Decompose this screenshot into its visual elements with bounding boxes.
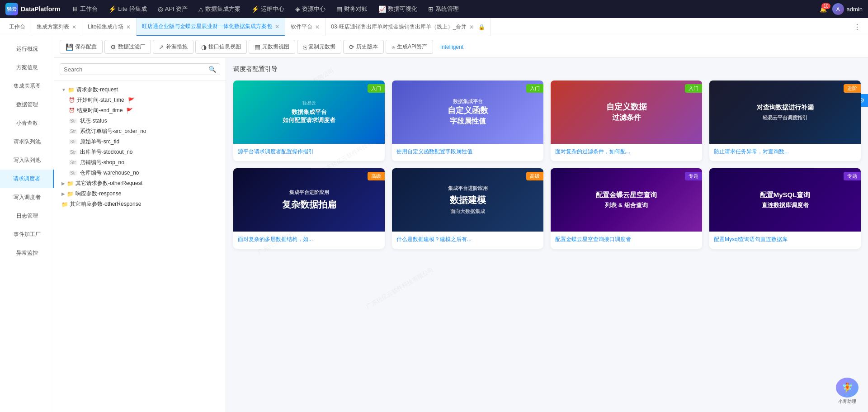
history-button[interactable]: ⟳ 历史版本 [343, 40, 384, 54]
nav-dataviz[interactable]: 📈 数据可视化 [374, 0, 422, 18]
interface-map-label: 接口信息视图 [208, 43, 241, 51]
more-tabs-button[interactable]: ⋮ [850, 23, 864, 31]
sidebar-solution-label: 方案信息 [16, 64, 38, 71]
close-wangdian[interactable]: ✕ [275, 24, 279, 30]
logo-icon: 轻云 [5, 3, 18, 15]
card-badge-6: 高级 [526, 172, 543, 180]
card-image-6: 高级 集成平台进阶应用 数据建模 面向大数据集成 [392, 168, 543, 232]
sidebar-item-exception[interactable]: 异常监控 [0, 244, 54, 262]
tree-node-start-time[interactable]: ⏰ 开始时间-start_time 🚩 [54, 95, 226, 105]
notification-bell[interactable]: 🔔 10 [820, 6, 827, 13]
breadcrumb-tab-wangdian[interactable]: 旺店通企业版与金蝶云星辰业财一体化数据集成方案包 ✕ [137, 18, 285, 36]
sidebar-item-overview[interactable]: 运行概况 [0, 40, 54, 58]
sidebar-item-xq[interactable]: 小青查数 [0, 114, 54, 133]
tree-arrow-other-req[interactable]: ▶ [61, 181, 65, 186]
nav-resource[interactable]: ◈ 资源中心 [291, 0, 330, 18]
nav-lite-label: Lite 轻集成 [118, 5, 147, 13]
tree-node-response[interactable]: ▶ 📁 响应参数-response [54, 189, 226, 199]
admin-avatar[interactable]: A admin [832, 3, 863, 15]
close-merge[interactable]: ✕ [469, 24, 474, 30]
flag-icon-end: 🚩 [126, 108, 133, 114]
tree-node-warehouse-no[interactable]: Str 仓库编号-warehouse_no [54, 168, 226, 178]
tree-panel: 🔍 ▼ 📁 请求参数-request ⏰ 开始时间-st [54, 58, 226, 412]
breadcrumb-tab-merge[interactable]: 03-旺店通销售出库单对接金蝶销售出库单（线上）_合并 ✕ 🔒 [326, 18, 491, 36]
breadcrumb-tab-lite-market[interactable]: Lite轻集成市场 ✕ [82, 18, 137, 36]
meta-view-button[interactable]: ▦ 元数据视图 [249, 40, 295, 54]
filter-label: 数据过滤厂 [118, 43, 145, 51]
close-lite-market[interactable]: ✕ [126, 24, 131, 30]
save-label: 保存配置 [75, 43, 97, 51]
guide-card-5[interactable]: 高级 集成平台进阶应用 复杂数据拍扁 面对复杂的多层数据结构，如... [233, 168, 385, 249]
nav-workbench[interactable]: 🖥 工作台 [67, 0, 102, 18]
search-input-wrap[interactable]: 🔍 [60, 63, 220, 75]
right-panel: 广东轻亿云软件科技有限公司 广东轻亿云软件科技有限公司 广东轻亿云软件科技有限公… [226, 58, 868, 412]
card-main-8: 配置MySQL查询 直连数据库调度者 [760, 190, 811, 209]
sidebar-item-write-queue[interactable]: 写入队列池 [0, 151, 54, 170]
close-software[interactable]: ✕ [315, 24, 320, 30]
sidebar-item-relation[interactable]: 集成关系图 [0, 77, 54, 95]
guide-card-7[interactable]: 专题 配置金蝶云星空查询 列表 & 组合查询 配置金蝶云星空查询接口调度者 [551, 168, 702, 249]
assistant-button[interactable]: 🧚 小青助理 [834, 378, 861, 405]
tree-node-shop-no[interactable]: Str 店铺编号-shop_no [54, 157, 226, 168]
top-navigation: 轻云 DataPlatform 🖥 工作台 ⚡ Lite 轻集成 ◎ API 资… [0, 0, 868, 18]
search-input[interactable] [64, 66, 208, 73]
tree-node-end-time[interactable]: ⏰ 结束时间-end_time 🚩 [54, 105, 226, 116]
sidebar-overview-label: 运行概况 [16, 46, 38, 52]
tree-arrow-response[interactable]: ▶ [61, 191, 65, 196]
nav-sysadmin[interactable]: ⊞ 系统管理 [424, 0, 463, 18]
tree-node-src-order-no[interactable]: Str 系统订单编号-src_order_no [54, 126, 226, 137]
interface-map-icon: ◑ [201, 43, 207, 51]
sidebar-item-request-scheduler[interactable]: 请求调度者 [0, 170, 54, 188]
breadcrumb-tab-software[interactable]: 软件平台 ✕ [285, 18, 326, 36]
nav-data-collect[interactable]: △ 数据集成方案 [194, 0, 245, 18]
supplement-button[interactable]: ↗ 补漏措施 [153, 40, 193, 54]
sidebar-data-mgmt-label: 数据管理 [16, 101, 38, 108]
gen-api-button[interactable]: ⟐ 生成API资产 [386, 40, 433, 54]
card-image-4: 进阶 对查询数据进行补漏 轻易云平台调度指引 [709, 81, 861, 144]
nav-workbench-label: 工作台 [80, 5, 98, 13]
sidebar-item-request-queue[interactable]: 请求队列池 [0, 133, 54, 151]
copy-meta-button[interactable]: ⎘ 复制元数据 [297, 40, 341, 54]
ops-icon: ⚡ [251, 5, 259, 13]
sidebar-item-log[interactable]: 日志管理 [0, 207, 54, 225]
nav-resource-label: 资源中心 [302, 5, 326, 13]
save-config-button[interactable]: 💾 保存配置 [60, 40, 103, 54]
breadcrumb-tab-workbench[interactable]: 工作台 [4, 18, 31, 36]
guide-card-4[interactable]: 进阶 对查询数据进行补漏 轻易云平台调度指引 防止请求任务异常，对查询数... [709, 81, 861, 161]
tree-node-src-tid[interactable]: Str 原始单号-src_tid [54, 137, 226, 147]
card-desc-5: 面对复杂的多层数据结构，如... [233, 232, 385, 249]
tree-node-other-resp[interactable]: 📁 其它响应参数-otherResponse [54, 199, 226, 209]
guide-card-2[interactable]: 入门 数据集成平台 自定义函数 字段属性值 使用自定义函数配置字段属性值 [392, 81, 543, 161]
tree-node-status[interactable]: Str 状态-status [54, 116, 226, 126]
card-main-5: 集成平台进阶应用 复杂数据拍扁 [282, 189, 336, 210]
sidebar-item-solution[interactable]: 方案信息 [0, 58, 54, 77]
intelligent-button[interactable]: intelligent [435, 41, 469, 53]
guide-card-8[interactable]: 专题 配置MySQL查询 直连数据库调度者 配置Mysql查询语句直连数据库 [709, 168, 861, 249]
tree-content: ▼ 📁 请求参数-request ⏰ 开始时间-start_time 🚩 [54, 81, 226, 412]
tree-label-src-tid: 原始单号-src_tid [80, 138, 119, 146]
nav-ops-label: 运维中心 [261, 5, 284, 13]
tree-node-other-req[interactable]: ▶ 📁 其它请求参数-otherRequest [54, 178, 226, 189]
sidebar-write-queue-label: 写入队列池 [14, 157, 41, 163]
tree-arrow-req-root[interactable]: ▼ [61, 87, 66, 92]
app-logo[interactable]: 轻云 DataPlatform [5, 3, 60, 15]
guide-card-1[interactable]: 入门 轻易云 数据集成平台 如何配置请求调度者 源平台请求调度者配置操作指引 [233, 81, 385, 161]
close-solution-list[interactable]: ✕ [72, 24, 76, 30]
tab-software-label: 软件平台 [291, 23, 312, 31]
data-filter-button[interactable]: ⚙ 数据过滤厂 [104, 40, 151, 54]
tree-label-other-resp: 其它响应参数-otherResponse [70, 200, 141, 208]
breadcrumb-tab-solution-list[interactable]: 集成方案列表 ✕ [31, 18, 82, 36]
search-box: 🔍 [54, 58, 226, 81]
nav-lite[interactable]: ⚡ Lite 轻集成 [104, 0, 151, 18]
sidebar-item-event[interactable]: 事件加工厂 [0, 225, 54, 244]
tree-node-req-root[interactable]: ▼ 📁 请求参数-request [54, 85, 226, 95]
interface-map-button[interactable]: ◑ 接口信息视图 [195, 40, 247, 54]
nav-ops[interactable]: ⚡ 运维中心 [247, 0, 289, 18]
guide-card-6[interactable]: 高级 集成平台进阶应用 数据建模 面向大数据集成 什么是数据建模？建模之后有..… [392, 168, 543, 249]
nav-finance[interactable]: ▤ 财务对账 [332, 0, 372, 18]
sidebar-item-data-mgmt[interactable]: 数据管理 [0, 95, 54, 114]
tree-node-stockout-no[interactable]: Str 出库单号-stockout_no [54, 147, 226, 157]
nav-api[interactable]: ◎ API 资产 [153, 0, 193, 18]
guide-card-3[interactable]: 入门 自定义数据 过滤条件 面对复杂的过滤条件，如何配... [551, 81, 702, 161]
sidebar-item-write-scheduler[interactable]: 写入调度者 [0, 188, 54, 207]
